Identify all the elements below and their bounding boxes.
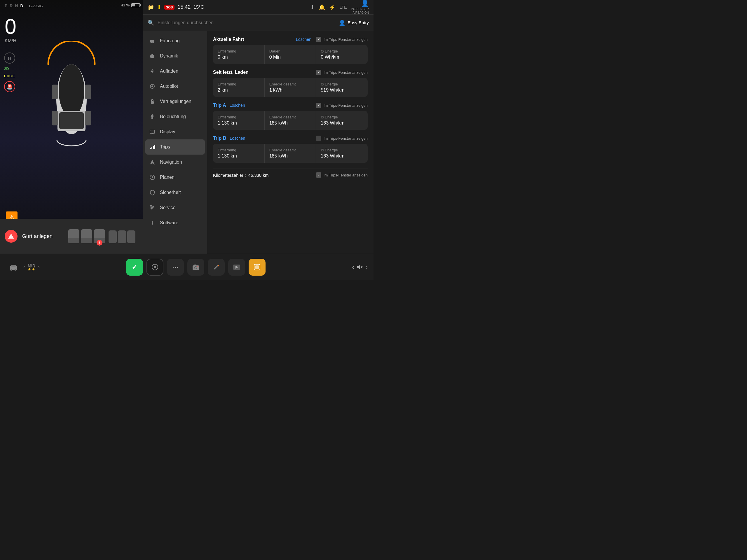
svg-line-52 [214, 265, 218, 269]
search-input[interactable] [158, 20, 335, 25]
car-svg [40, 41, 104, 152]
taskbar-app-6[interactable] [228, 259, 245, 276]
sidebar-item-dynamik[interactable]: Dynamik [143, 48, 207, 63]
taskbar-right-prev[interactable]: ‹ [352, 264, 354, 270]
aktuelle-fahrt-show-trips[interactable]: ✓ Im Trips-Fenster anzeigen [316, 37, 368, 42]
svg-point-51 [198, 266, 199, 267]
aufladen-label: Aufladen [160, 69, 178, 74]
check-icon: ✓ [317, 37, 320, 42]
svg-rect-33 [154, 145, 155, 149]
check-icon-2: ✓ [317, 70, 320, 74]
rear-seat-2 [118, 231, 126, 243]
beleuchtung-icon [149, 113, 156, 120]
svg-rect-5 [85, 85, 91, 99]
trip-a-cell-1: Energie gesamt 185 kWh [265, 111, 316, 130]
trip-a-title: Trip A [213, 103, 226, 108]
tb-cell-value-0: 1.130 km [218, 153, 260, 159]
taskbar-car-icon[interactable] [6, 260, 21, 275]
verriegelungen-icon [149, 98, 156, 105]
svg-point-11 [151, 42, 152, 43]
svg-rect-16 [151, 54, 153, 55]
volume-control[interactable] [356, 264, 363, 271]
trip-a-header: Trip A Löschen ✓ Im Trips-Fenster anzeig… [213, 103, 368, 108]
trip-b-delete[interactable]: Löschen [230, 136, 245, 140]
trip-a-title-group: Trip A Löschen [213, 103, 245, 108]
aktuelle-fahrt-cell-0: Entfernung 0 km [213, 45, 265, 64]
taskbar-app-2[interactable] [147, 259, 163, 276]
trip-b-checkbox[interactable] [316, 136, 321, 141]
sidebar-item-display[interactable]: Display [143, 124, 207, 139]
sidebar-item-fahrzeug[interactable]: Fahrzeug [143, 33, 207, 48]
svg-point-49 [195, 267, 197, 269]
sidebar-item-aufladen[interactable]: Aufladen [143, 63, 207, 79]
tb-cell-label-1: Energie gesamt [269, 148, 311, 152]
taskbar-mode-sub: ⚡⚡ [27, 267, 35, 271]
sidebar-item-verriegelungen[interactable]: Verriegelungen [143, 94, 207, 109]
svg-line-37 [152, 177, 153, 178]
svg-rect-58 [255, 265, 259, 269]
gear-n: N [15, 3, 18, 8]
trip-a-show-label: Im Trips-Fenster anzeigen [324, 103, 368, 108]
sidebar-item-trips[interactable]: Trips [145, 139, 205, 155]
sidebar-item-navigation[interactable]: Navigation [143, 155, 207, 170]
taskbar-prev-arrow[interactable]: ‹ [23, 264, 25, 270]
passenger-airbag-text: PASSENGERAIRBAG ON [351, 7, 369, 15]
aktuelle-fahrt-delete[interactable]: Löschen [296, 37, 311, 42]
aufladen-icon [149, 68, 156, 75]
trip-a-show-trips[interactable]: ✓ Im Trips-Fenster anzeigen [316, 103, 368, 108]
cell-value-2: 0 Wh/km [321, 55, 363, 60]
navigation-icon [149, 159, 156, 166]
tb-cell-value-2: 163 Wh/km [321, 153, 363, 159]
trip-b-cell-2: Ø Energie 163 Wh/km [316, 144, 368, 163]
easy-entry-button[interactable]: 👤 Easy Entry [339, 20, 369, 26]
volume-icon [356, 264, 363, 271]
aktuelle-fahrt-header: Aktuelle Fahrt Löschen ✓ Im Trips-Fenste… [213, 37, 368, 42]
taskbar-app-5[interactable] [208, 259, 225, 276]
sidebar-item-software[interactable]: Software [143, 215, 207, 231]
cell-label-2: Ø Energie [321, 49, 363, 53]
svg-rect-4 [52, 85, 58, 99]
sidebar-item-sicherheit[interactable]: Sicherheit [143, 185, 207, 200]
seit-laden-checkbox[interactable]: ✓ [316, 70, 321, 75]
km-zaehler-show-trips[interactable]: ✓ Im Trips-Fenster anzeigen [316, 172, 368, 178]
taskbar-app-3[interactable]: ⋯ [167, 259, 184, 276]
ta-cell-value-1: 185 kWh [269, 121, 311, 126]
person-icon: 👤 [339, 20, 345, 26]
svg-point-12 [153, 42, 154, 43]
aktuelle-fahrt-show-label: Im Trips-Fenster anzeigen [324, 37, 368, 42]
taskbar-app-7[interactable] [249, 259, 265, 276]
taskbar-app-1[interactable]: ✓ [126, 259, 143, 276]
sidebar-item-planen[interactable]: Planen [143, 170, 207, 185]
sl-cell-value-0: 2 km [218, 87, 260, 93]
aktuelle-fahrt-checkbox[interactable]: ✓ [316, 37, 321, 42]
taskbar-app-4[interactable] [187, 259, 204, 276]
svg-point-42 [10, 269, 12, 271]
trip-a-delete[interactable]: Löschen [230, 103, 245, 108]
km-zaehler-show-label: Im Trips-Fenster anzeigen [324, 173, 368, 177]
svg-marker-40 [151, 223, 153, 224]
rear-seat-3 [127, 231, 135, 243]
trip-b-show-trips[interactable]: Im Trips-Fenster anzeigen [316, 136, 368, 141]
sidebar-item-service[interactable]: Service [143, 200, 207, 215]
seit-laden-grid: Entfernung 2 km Energie gesamt 1 kWh Ø E… [213, 78, 368, 97]
taskbar-right-next[interactable]: › [366, 264, 368, 270]
aktuelle-fahrt-actions: Löschen ✓ Im Trips-Fenster anzeigen [296, 37, 368, 42]
km-zaehler-checkbox[interactable]: ✓ [316, 172, 321, 178]
sidebar-item-beleuchtung[interactable]: Beleuchtung [143, 109, 207, 124]
svg-rect-32 [153, 146, 154, 149]
seit-laden-header: Seit letzt. Laden ✓ Im Trips-Fenster anz… [213, 70, 368, 75]
seit-laden-show-trips[interactable]: ✓ Im Trips-Fenster anzeigen [316, 70, 368, 75]
sl-cell-value-1: 1 kWh [269, 87, 311, 93]
svg-point-14 [151, 57, 152, 58]
aktuelle-fahrt-cell-1: Dauer 0 Min [265, 45, 316, 64]
taskbar-next-arrow[interactable]: › [38, 264, 40, 270]
check-icon-3: ✓ [317, 103, 320, 107]
status-icons-left: H 2D EDGE 🚨 [4, 53, 15, 92]
trip-a-checkbox[interactable]: ✓ [316, 103, 321, 108]
sicherheit-label: Sicherheit [160, 190, 181, 195]
sidebar-item-autopilot[interactable]: Autopilot [143, 79, 207, 94]
check-icon-5: ✓ [317, 173, 320, 177]
seat-bottom-1 [68, 238, 79, 243]
speed-unit: KM/H [5, 38, 16, 44]
cell-label-0: Entfernung [218, 49, 260, 53]
